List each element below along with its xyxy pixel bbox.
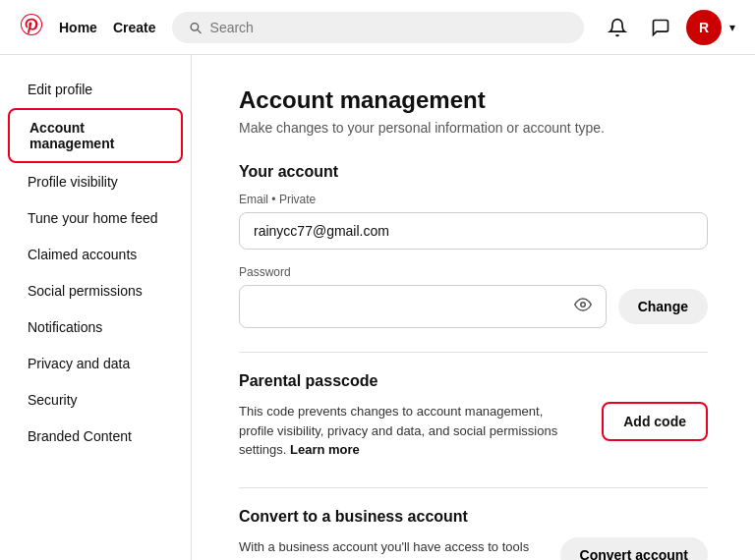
parental-passcode-title: Parental passcode xyxy=(239,372,708,390)
sidebar: Edit profile Account management Profile … xyxy=(0,55,192,560)
password-field-wrapper[interactable] xyxy=(239,285,607,328)
sidebar-item-tune-home-feed[interactable]: Tune your home feed xyxy=(8,200,183,236)
change-password-button[interactable]: Change xyxy=(618,289,708,324)
email-label: Email • Private xyxy=(239,193,708,206)
nav-icons: R ▾ xyxy=(600,10,735,45)
email-input[interactable] xyxy=(254,223,693,239)
parental-passcode-section: Parental passcode This code prevents cha… xyxy=(239,372,708,460)
add-code-button[interactable]: Add code xyxy=(602,402,708,441)
sidebar-item-branded-content[interactable]: Branded Content xyxy=(8,419,183,454)
convert-account-description: With a business account you'll have acce… xyxy=(239,537,537,561)
sidebar-item-social-permissions[interactable]: Social permissions xyxy=(8,273,183,308)
svg-point-1 xyxy=(580,303,585,308)
password-row: Change xyxy=(239,285,708,328)
bell-icon xyxy=(608,18,627,37)
create-link[interactable]: Create xyxy=(113,20,156,35)
convert-account-row: With a business account you'll have acce… xyxy=(239,537,708,561)
email-field-wrapper[interactable] xyxy=(239,212,708,250)
chevron-down-icon[interactable]: ▾ xyxy=(729,21,735,34)
pinterest-logo[interactable] xyxy=(20,13,43,42)
parental-passcode-row: This code prevents changes to account ma… xyxy=(239,402,708,460)
convert-account-title: Convert to a business account xyxy=(239,508,708,526)
page-title: Account management xyxy=(239,86,708,114)
convert-account-section: Convert to a business account With a bus… xyxy=(239,508,708,561)
messages-button[interactable] xyxy=(643,10,678,45)
learn-more-link[interactable]: Learn more xyxy=(290,442,360,457)
sidebar-item-notifications[interactable]: Notifications xyxy=(8,309,183,345)
password-input[interactable] xyxy=(254,299,574,314)
main-content: Account management Make changes to your … xyxy=(192,55,755,560)
home-link[interactable]: Home xyxy=(59,20,97,35)
divider-1 xyxy=(239,352,708,353)
notifications-button[interactable] xyxy=(600,10,635,45)
sidebar-item-claimed-accounts[interactable]: Claimed accounts xyxy=(8,237,183,272)
avatar[interactable]: R xyxy=(686,10,722,45)
show-password-icon[interactable] xyxy=(574,296,592,317)
parental-passcode-description: This code prevents changes to account ma… xyxy=(239,402,578,460)
sidebar-item-account-management[interactable]: Account management xyxy=(8,108,183,163)
search-bar[interactable] xyxy=(172,12,585,43)
sidebar-item-profile-visibility[interactable]: Profile visibility xyxy=(8,164,183,199)
search-input[interactable] xyxy=(210,20,568,35)
sidebar-item-privacy-data[interactable]: Privacy and data xyxy=(8,346,183,381)
search-icon xyxy=(188,20,203,35)
sidebar-item-edit-profile[interactable]: Edit profile xyxy=(8,72,183,107)
your-account-title: Your account xyxy=(239,163,708,181)
navbar: Home Create R ▾ xyxy=(0,0,755,55)
page-layout: Edit profile Account management Profile … xyxy=(0,55,755,560)
password-label: Password xyxy=(239,265,708,279)
sidebar-item-security[interactable]: Security xyxy=(8,382,183,418)
divider-2 xyxy=(239,487,708,488)
convert-account-button[interactable]: Convert account xyxy=(560,537,708,561)
chat-icon xyxy=(651,18,670,37)
page-subtitle: Make changes to your personal informatio… xyxy=(239,120,708,136)
